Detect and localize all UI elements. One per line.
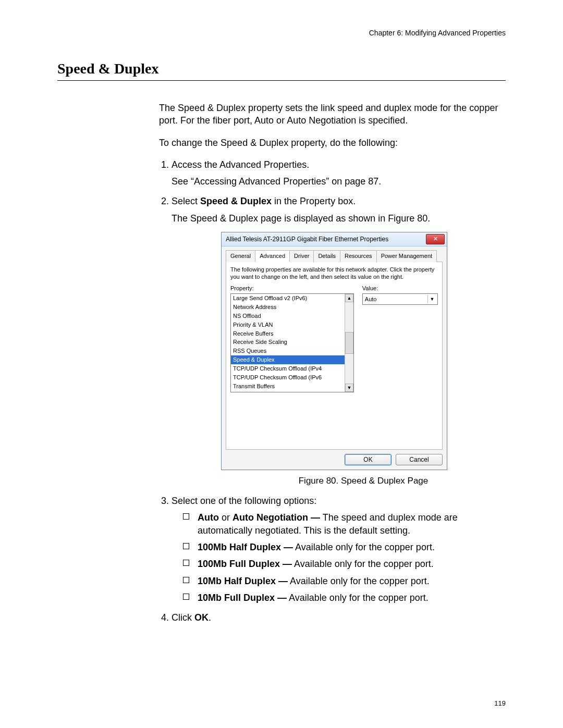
property-item[interactable]: NS Offload [231, 312, 345, 320]
chevron-down-icon[interactable]: ▼ [427, 295, 436, 303]
scroll-thumb[interactable] [345, 332, 353, 354]
option-auto: Auto or Auto Negotiation — The speed and… [183, 511, 506, 537]
tab-details[interactable]: Details [313, 250, 340, 262]
property-item[interactable]: Receive Side Scaling [231, 338, 345, 347]
section-rule [57, 80, 506, 81]
step-2: Select Speed & Duplex in the Property bo… [172, 195, 506, 487]
option-10-half: 10Mb Half Duplex — Available only for th… [183, 575, 506, 587]
property-item[interactable]: Receive Buffers [231, 329, 345, 338]
property-item[interactable]: Speed & Duplex [231, 355, 345, 364]
option-10-half-rest: Available only for the copper port. [288, 576, 430, 586]
step-1-note: See “Accessing Advanced Properties” on p… [172, 175, 506, 188]
step-3: Select one of the following options: Aut… [172, 495, 506, 604]
tab-driver[interactable]: Driver [289, 250, 314, 262]
body-column: The Speed & Duplex property sets the lin… [159, 102, 506, 624]
dialog-title: Allied Telesis AT-2911GP Gigabit Fiber E… [226, 235, 388, 243]
option-auto-bold1: Auto [198, 512, 219, 523]
property-label: Property: [230, 285, 354, 292]
property-item[interactable]: RSS Queues [231, 347, 345, 355]
option-100-half-bold: 100Mb Half Duplex — [198, 542, 293, 552]
tab-general[interactable]: General [226, 250, 255, 262]
option-100-half: 100Mb Half Duplex — Available only for t… [183, 541, 506, 553]
cancel-button[interactable]: Cancel [396, 454, 443, 465]
options-list: Auto or Auto Negotiation — The speed and… [183, 511, 506, 604]
scroll-down-icon[interactable]: ▼ [345, 384, 353, 392]
page-number: 119 [494, 699, 506, 707]
chapter-header: Chapter 6: Modifying Advanced Properties [57, 29, 506, 37]
property-item[interactable]: Large Send Offload v2 (IPv6) [231, 294, 345, 303]
listbox-scrollbar[interactable]: ▲ ▼ [345, 294, 353, 392]
option-auto-bold2: Auto Negotiation — [232, 512, 320, 523]
option-10-full-rest: Available only for the copper port. [287, 593, 429, 603]
figure-caption: Figure 80. Speed & Duplex Page [221, 475, 506, 487]
property-item[interactable]: Virtual Machine Queues [231, 391, 345, 393]
property-item[interactable]: TCP/UDP Checksum Offload (IPv6 [231, 373, 345, 382]
step-4-bold: OK [194, 612, 209, 623]
step-4: Click OK. [172, 611, 506, 624]
value-label: Value: [362, 285, 438, 292]
property-item[interactable]: Transmit Buffers [231, 382, 345, 391]
option-100-full-rest: Available only for the copper port. [292, 559, 434, 569]
dialog-body: General Advanced Driver Details Resource… [222, 246, 447, 470]
ok-button[interactable]: OK [345, 454, 391, 465]
step-2-note: The Speed & Duplex page is displayed as … [172, 212, 506, 225]
scroll-up-icon[interactable]: ▲ [345, 294, 353, 302]
step-2-bold: Speed & Duplex [200, 196, 272, 206]
option-10-full: 10Mb Full Duplex — Available only for th… [183, 591, 506, 604]
step-4-suffix: . [209, 612, 211, 623]
steps-list: Access the Advanced Properties. See “Acc… [159, 158, 506, 624]
dialog-buttons: OK Cancel [226, 454, 443, 465]
value-column: Value: Auto ▼ [362, 285, 438, 392]
option-100-full: 100Mb Full Duplex — Available only for t… [183, 558, 506, 570]
intro-paragraph-2: To change the Speed & Duplex property, d… [159, 137, 506, 149]
option-10-half-bold: 10Mb Half Duplex — [198, 576, 288, 586]
value-selected: Auto [365, 295, 377, 303]
property-item[interactable]: Network Address [231, 303, 345, 312]
step-3-text: Select one of the following options: [172, 496, 316, 506]
property-item[interactable]: Priority & VLAN [231, 320, 345, 329]
dialog-titlebar: Allied Telesis AT-2911GP Gigabit Fiber E… [222, 232, 447, 246]
close-button[interactable]: ✕ [426, 234, 445, 244]
option-100-half-rest: Available only for the copper port. [293, 542, 435, 552]
step-1: Access the Advanced Properties. See “Acc… [172, 158, 506, 188]
figure-80: Allied Telesis AT-2911GP Gigabit Fiber E… [221, 232, 506, 487]
properties-dialog: Allied Telesis AT-2911GP Gigabit Fiber E… [221, 232, 447, 470]
option-auto-mid: or [219, 512, 232, 523]
dialog-description: The following properties are available f… [230, 266, 438, 281]
option-100-full-bold: 100Mb Full Duplex — [198, 559, 292, 569]
tab-power-management[interactable]: Power Management [376, 250, 437, 262]
dialog-tabs: General Advanced Driver Details Resource… [226, 250, 443, 262]
property-listbox[interactable]: Large Send Offload v2 (IPv6)Network Addr… [230, 293, 354, 392]
option-10-full-bold: 10Mb Full Duplex — [198, 593, 287, 603]
tab-advanced[interactable]: Advanced [255, 250, 290, 262]
section-title: Speed & Duplex [57, 60, 506, 77]
tab-pane-advanced: The following properties are available f… [226, 262, 443, 450]
property-column: Property: Large Send Offload v2 (IPv6)Ne… [230, 285, 354, 392]
step-2-prefix: Select [172, 196, 200, 206]
property-item[interactable]: TCP/UDP Checksum Offload (IPv4 [231, 364, 345, 373]
intro-paragraph-1: The Speed & Duplex property sets the lin… [159, 102, 506, 127]
step-4-prefix: Click [172, 612, 194, 623]
value-combobox[interactable]: Auto ▼ [362, 293, 438, 305]
step-1-text: Access the Advanced Properties. [172, 159, 309, 170]
tab-resources[interactable]: Resources [340, 250, 377, 262]
step-2-suffix: in the Property box. [272, 196, 356, 206]
